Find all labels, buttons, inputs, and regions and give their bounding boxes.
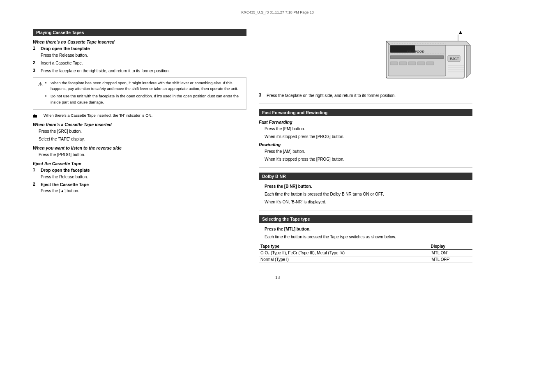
svg-marker-12 <box>466 41 470 78</box>
divider-2 <box>259 167 472 168</box>
cassette-device-svg: ▲ <box>382 29 472 86</box>
right-column: ▲ <box>259 29 472 263</box>
subsection2-body1: Press the [SRC] button. <box>33 128 246 134</box>
warning-item-1: When the faceplate has been dropped open… <box>51 80 243 92</box>
step-3: 3 Press the faceplate on the right side,… <box>33 68 246 74</box>
tape-type-1: CrO₂ (Type II), FeCr (Type III), Metal (… <box>259 250 429 256</box>
tape-display-2: 'MTL OFF' <box>429 256 472 263</box>
eject-step-2: 2 Eject the Cassette Tape Press the [▲] … <box>33 182 246 194</box>
section-tape-type: Selecting the Tape type <box>259 215 472 223</box>
rw-line1: Press the [AM] button. <box>259 148 472 154</box>
svg-marker-13 <box>386 41 470 45</box>
tape-line2: Each time the button is pressed the Tape… <box>259 234 472 240</box>
section-playing-cassette: Playing Cassette Tapes <box>33 29 246 36</box>
svg-rect-7 <box>408 62 416 65</box>
ff-line2: When it's stopped press the [PROG] butto… <box>259 134 472 140</box>
page-container: KRC435_U.S_r3 01.11.27 7:18 PM Page 13 P… <box>0 0 555 392</box>
device-image: ▲ <box>259 29 472 86</box>
dolby-line3: When it's ON, 'B-NR' is displayed. <box>259 199 472 205</box>
dolby-line1: Press the [B NR] button. <box>265 184 312 189</box>
header-text: KRC435_U.S_r3 01.11.27 7:18 PM Page 13 <box>241 10 314 14</box>
svg-text:EJCT: EJCT <box>450 57 459 61</box>
svg-rect-6 <box>399 62 407 65</box>
header: KRC435_U.S_r3 01.11.27 7:18 PM Page 13 <box>8 8 547 16</box>
table-col1: Tape type <box>259 243 429 250</box>
svg-rect-8 <box>417 62 425 65</box>
divider-1 <box>259 104 472 104</box>
warning-box: ⚠ When the faceplate has been dropped op… <box>33 77 246 110</box>
warning-item-2: Do not use the unit with the faceplate i… <box>51 93 243 105</box>
note-icon: 🖿 <box>33 113 41 119</box>
subsection-eject: Eject the Cassette Tape <box>33 161 246 166</box>
tape-type-2: Normal (Type I) <box>259 256 429 263</box>
note-box: 🖿 When there's a Cassette Tape inserted,… <box>33 113 246 119</box>
svg-text:KENWOOD: KENWOOD <box>407 50 424 53</box>
section-ff-rewind: Fast Forwarding and Rewinding <box>259 109 472 116</box>
ff-line1: Press the [FM] button. <box>259 126 472 132</box>
table-row: Normal (Type I) 'MTL OFF' <box>259 256 472 263</box>
section-dolby: Dolby B NR <box>259 173 472 180</box>
svg-rect-5 <box>390 62 398 65</box>
tape-table: Tape type Display CrO₂ (Type II), FeCr (… <box>259 243 472 263</box>
rw-line2: When it's stopped press the [PROG] butto… <box>259 156 472 162</box>
subsection-tape-inserted: When there's a Cassette Tape inserted <box>33 122 246 127</box>
eject-step-1: 1 Drop open the faceplate Press the Rele… <box>33 167 246 180</box>
step-1: 1 Drop open the faceplate Press the Rele… <box>33 46 246 58</box>
divider-3 <box>259 210 472 210</box>
table-col2: Display <box>429 243 472 250</box>
step-2: 2 Insert a Cassette Tape. <box>33 60 246 66</box>
svg-rect-9 <box>426 62 434 65</box>
warning-icon: ⚠ <box>37 80 44 107</box>
subsection3-body: Press the [PROG] button. <box>33 152 246 158</box>
main-content: Playing Cassette Tapes When there's no C… <box>33 25 522 267</box>
left-column: Playing Cassette Tapes When there's no C… <box>33 29 246 263</box>
subsection-no-tape: When there's no Cassette Tape inserted <box>33 39 246 44</box>
right-step-3: 3 Press the faceplate on the right side,… <box>259 92 472 99</box>
table-row: CrO₂ (Type II), FeCr (Type III), Metal (… <box>259 250 472 256</box>
subsection-ff: Fast Forwarding <box>259 120 472 125</box>
svg-text:▲: ▲ <box>458 29 463 35</box>
note-text: When there's a Cassette Tape inserted, t… <box>44 113 152 118</box>
page-number: — 13 — <box>8 275 547 280</box>
tape-line1: Press the [MTL] button. <box>265 227 311 231</box>
dolby-line2: Each time the button is pressed the Dolb… <box>259 191 472 197</box>
subsection-rewind: Rewinding <box>259 142 472 147</box>
subsection-reverse: When you want to listen to the reverse s… <box>33 145 246 150</box>
tape-display-1: 'MTL ON' <box>429 250 472 256</box>
subsection2-body2: Select the 'TAPE' display. <box>33 136 246 142</box>
svg-rect-4 <box>390 55 444 59</box>
